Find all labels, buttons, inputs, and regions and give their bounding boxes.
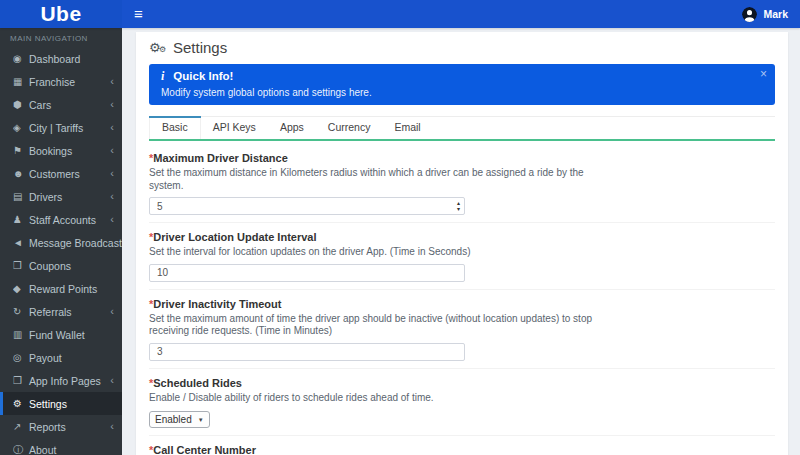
field-maximum-driver-distance: *Maximum Driver Distance Set the maximum… xyxy=(149,152,775,223)
user-name: Mark xyxy=(763,8,788,20)
tab-divider xyxy=(149,139,775,141)
field-label: Driver Location Update Interval xyxy=(153,231,316,243)
tag-icon: ◈ xyxy=(13,122,29,133)
briefcase-icon: ▦ xyxy=(13,76,29,87)
field-label: Scheduled Rides xyxy=(153,377,242,389)
settings-tabs: Basic API Keys Apps Currency Email xyxy=(149,116,775,139)
page-title: ⚙⚙ Settings xyxy=(149,40,775,56)
sidebar-section-label: MAIN NAVIGATION xyxy=(0,28,122,47)
sidebar-item-franchise[interactable]: ▦ Franchise ‹ xyxy=(0,70,122,93)
settings-card: ⚙⚙ Settings i Quick Info! Modify system … xyxy=(136,32,788,455)
users-icon: ☻ xyxy=(13,168,29,179)
field-label: Maximum Driver Distance xyxy=(153,152,288,164)
sidebar-toggle-icon[interactable]: ≡ xyxy=(122,0,155,28)
wallet-icon: ▥ xyxy=(13,329,29,340)
chevron-left-icon: ‹ xyxy=(110,421,114,432)
sidebar-item-customers[interactable]: ☻ Customers ‹ xyxy=(0,162,122,185)
sidebar-item-cars[interactable]: ⬢ Cars ‹ xyxy=(0,93,122,116)
chevron-left-icon: ‹ xyxy=(110,168,114,179)
alert-title: i Quick Info! xyxy=(161,70,751,83)
sidebar-item-settings[interactable]: ⚙ Settings xyxy=(0,392,122,415)
tab-basic[interactable]: Basic xyxy=(149,116,201,139)
field-scheduled-rides: *Scheduled Rides Enable / Disable abilit… xyxy=(149,377,775,437)
sidebar-item-staff-accounts[interactable]: ♟ Staff Accounts ‹ xyxy=(0,208,122,231)
brand-logo[interactable]: Ube xyxy=(0,0,122,28)
user-menu[interactable]: Mark xyxy=(730,0,800,28)
maximum-driver-distance-input[interactable] xyxy=(149,197,465,215)
sidebar-item-referrals[interactable]: ↻ Referrals ‹ xyxy=(0,300,122,323)
close-icon[interactable]: × xyxy=(760,68,767,80)
sidebar-item-dashboard[interactable]: ◉ Dashboard xyxy=(0,47,122,70)
user-icon: ♟ xyxy=(13,214,29,225)
driver-inactivity-timeout-input[interactable] xyxy=(149,343,465,361)
tab-api-keys[interactable]: API Keys xyxy=(201,116,268,139)
car-icon: ⬢ xyxy=(13,99,29,110)
line-chart-icon: ↗ xyxy=(13,421,29,432)
info-icon: i xyxy=(161,70,164,83)
diamond-icon: ◆ xyxy=(13,283,29,294)
scheduled-rides-select[interactable]: Enabled ▼ xyxy=(149,411,210,428)
gears-icon: ⚙⚙ xyxy=(149,40,167,56)
chevron-left-icon: ‹ xyxy=(110,191,114,202)
selected-option: Enabled xyxy=(155,414,192,425)
chevron-left-icon: ‹ xyxy=(110,214,114,225)
share-icon: ↻ xyxy=(13,306,29,317)
tab-currency[interactable]: Currency xyxy=(316,116,383,139)
sidebar: MAIN NAVIGATION ◉ Dashboard ▦ Franchise … xyxy=(0,28,122,455)
sidebar-item-reward-points[interactable]: ◆ Reward Points xyxy=(0,277,122,300)
chevron-left-icon: ‹ xyxy=(110,306,114,317)
field-description: Set the maximum distance in Kilometers r… xyxy=(149,167,607,192)
field-driver-location-update-interval: *Driver Location Update Interval Set the… xyxy=(149,231,775,290)
gears-icon: ⚙ xyxy=(13,398,29,409)
field-driver-inactivity-timeout: *Driver Inactivity Timeout Set the maxim… xyxy=(149,298,775,369)
bullhorn-icon: ◄ xyxy=(13,237,29,248)
tab-apps[interactable]: Apps xyxy=(268,116,316,139)
spinner-down-icon[interactable]: ▾ xyxy=(457,206,460,212)
bookmark-icon: ⚑ xyxy=(13,145,29,156)
top-navbar: Ube ≡ Mark xyxy=(0,0,800,28)
id-card-icon: ▤ xyxy=(13,191,29,202)
sidebar-item-payout[interactable]: ◎ Payout xyxy=(0,346,122,369)
sidebar-item-reports[interactable]: ↗ Reports ‹ xyxy=(0,415,122,438)
user-avatar-icon xyxy=(742,7,757,22)
field-description: Set the maximum amount of time the drive… xyxy=(149,313,607,338)
field-description: Set the interval for location updates on… xyxy=(149,246,607,259)
chevron-left-icon: ‹ xyxy=(110,375,114,386)
number-spinner[interactable]: ▴ ▾ xyxy=(457,200,460,212)
chevron-down-icon: ▼ xyxy=(198,417,204,423)
sidebar-item-message-broadcast[interactable]: ◄ Message Broadcast xyxy=(0,231,122,254)
tab-email[interactable]: Email xyxy=(382,116,432,139)
sidebar-item-coupons[interactable]: ❒ Coupons xyxy=(0,254,122,277)
pages-icon: ❐ xyxy=(13,375,29,386)
chevron-left-icon: ‹ xyxy=(110,145,114,156)
content-area: ⚙⚙ Settings i Quick Info! Modify system … xyxy=(122,28,800,455)
gift-icon: ❒ xyxy=(13,260,29,271)
sidebar-item-about[interactable]: ⓘ About xyxy=(0,438,122,455)
money-icon: ◎ xyxy=(13,352,29,363)
driver-location-update-interval-input[interactable] xyxy=(149,264,465,282)
info-circle-icon: ⓘ xyxy=(13,443,29,455)
alert-body: Modify system global options and setting… xyxy=(161,87,751,98)
sidebar-item-city-tariffs[interactable]: ◈ City | Tariffs ‹ xyxy=(0,116,122,139)
dashboard-icon: ◉ xyxy=(13,53,29,64)
field-description: Enable / Disable ability of riders to sc… xyxy=(149,392,607,405)
quick-info-alert: i Quick Info! Modify system global optio… xyxy=(149,64,775,105)
sidebar-item-app-info-pages[interactable]: ❐ App Info Pages ‹ xyxy=(0,369,122,392)
sidebar-item-fund-wallet[interactable]: ▥ Fund Wallet xyxy=(0,323,122,346)
sidebar-item-bookings[interactable]: ⚑ Bookings ‹ xyxy=(0,139,122,162)
chevron-left-icon: ‹ xyxy=(110,76,114,87)
chevron-left-icon: ‹ xyxy=(110,99,114,110)
field-label: Call Center Number xyxy=(153,444,256,455)
chevron-left-icon: ‹ xyxy=(110,122,114,133)
field-label: Driver Inactivity Timeout xyxy=(153,298,281,310)
sidebar-item-drivers[interactable]: ▤ Drivers ‹ xyxy=(0,185,122,208)
field-call-center-number: *Call Center Number Enter your call-cent… xyxy=(149,444,775,455)
